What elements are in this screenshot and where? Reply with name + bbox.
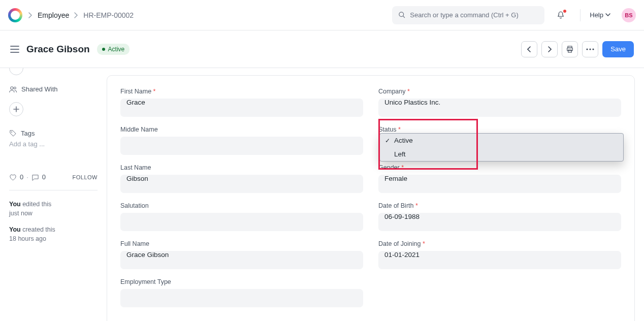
breadcrumb-root[interactable]: Employee (38, 11, 69, 19)
notifications-button[interactable] (556, 10, 566, 20)
chevron-right-icon (28, 12, 33, 18)
app-logo[interactable] (8, 8, 22, 22)
employment-type-label: Employment Type (120, 278, 363, 285)
breadcrumb-id[interactable]: HR-EMP-00002 (83, 11, 134, 19)
svg-point-7 (11, 86, 13, 89)
status-badge-label: Active (108, 46, 125, 53)
svg-point-4 (587, 48, 588, 50)
search-icon (398, 11, 406, 19)
sidebar-toggle[interactable] (10, 46, 19, 53)
save-button[interactable]: Save (602, 41, 634, 57)
option-label: Active (394, 137, 413, 144)
status-dot-icon (102, 48, 105, 51)
dots-icon (586, 48, 594, 50)
comment-icon[interactable] (31, 174, 39, 181)
form-card: First Name * Grace Middle Name Last Name… (107, 75, 635, 321)
first-name-field[interactable]: Grace (120, 99, 363, 117)
first-name-label: First Name * (120, 88, 363, 95)
heart-icon[interactable] (9, 174, 17, 181)
company-label: Company * (378, 88, 621, 95)
side-panel: Shared With Tags Add a tag ... 0 · 0 FOL… (0, 68, 107, 321)
svg-point-6 (593, 48, 594, 50)
svg-rect-3 (568, 50, 572, 52)
last-name-label: Last Name (120, 164, 363, 171)
svg-point-9 (11, 132, 12, 133)
tags-input[interactable]: Add a tag ... (9, 140, 98, 148)
breadcrumb: Employee HR-EMP-00002 (28, 11, 134, 19)
next-button[interactable] (541, 41, 558, 57)
check-icon: ✓ (384, 137, 391, 144)
top-nav: Employee HR-EMP-00002 Search or type a c… (0, 0, 644, 30)
social-row: 0 · 0 FOLLOW (9, 173, 98, 181)
tags-label: Tags (21, 130, 35, 137)
divider (9, 190, 98, 190)
add-share-button[interactable] (9, 102, 98, 116)
prev-button[interactable] (521, 41, 537, 57)
dob-label: Date of Birth * (378, 202, 621, 209)
chevron-down-icon (605, 13, 610, 17)
user-avatar[interactable]: BS (622, 8, 636, 22)
chevron-left-icon (527, 46, 531, 52)
status-badge: Active (97, 44, 130, 55)
assignment-button[interactable] (9, 68, 23, 75)
page-title: Grace Gibson (26, 44, 90, 55)
status-label: Status * (378, 126, 621, 133)
dob-field[interactable]: 06-09-1988 (378, 213, 621, 231)
shared-with-label: Shared With (21, 85, 58, 93)
menu-icon (10, 46, 19, 53)
option-label: Left (394, 150, 406, 158)
activity-entry: You edited this just now (9, 200, 98, 218)
search-input[interactable]: Search or type a command (Ctrl + G) (392, 6, 544, 24)
likes-count: 0 (20, 173, 23, 181)
company-field[interactable]: Unico Plastics Inc. (378, 99, 621, 117)
full-name-field[interactable]: Grace Gibson (120, 251, 363, 269)
tag-icon (9, 130, 17, 137)
search-placeholder: Search or type a command (Ctrl + G) (410, 11, 519, 19)
employment-type-field[interactable] (120, 289, 363, 307)
notification-dot (563, 10, 566, 13)
doj-field[interactable]: 01-01-2021 (378, 251, 621, 269)
gender-field[interactable]: Female (378, 175, 621, 193)
help-menu[interactable]: Help (590, 11, 610, 19)
chevron-right-icon (74, 12, 78, 18)
divider (580, 9, 581, 21)
full-name-label: Full Name (120, 240, 363, 247)
shared-with-row[interactable]: Shared With (9, 85, 98, 93)
last-name-field[interactable]: Gibson (120, 175, 363, 193)
chevron-right-icon (548, 46, 552, 52)
plus-icon (13, 106, 19, 112)
users-icon (9, 86, 17, 93)
salutation-label: Salutation (120, 202, 363, 209)
activity-entry: You created this 18 hours ago (9, 225, 98, 243)
middle-name-label: Middle Name (120, 126, 363, 133)
page-header: Grace Gibson Active Save (0, 30, 644, 68)
printer-icon (566, 45, 574, 53)
help-label: Help (590, 11, 603, 19)
svg-point-8 (14, 87, 16, 89)
middle-name-field[interactable] (120, 137, 363, 155)
comments-count: 0 (42, 173, 46, 181)
status-option-left[interactable]: Left (380, 147, 623, 161)
doj-label: Date of Joining * (378, 240, 621, 247)
more-button[interactable] (582, 41, 598, 57)
salutation-field[interactable] (120, 213, 363, 231)
svg-point-5 (590, 48, 591, 50)
gender-label: Gender * (378, 164, 621, 171)
status-dropdown[interactable]: ✓ Active Left (379, 133, 624, 162)
print-button[interactable] (562, 41, 578, 57)
status-option-active[interactable]: ✓ Active (380, 134, 623, 147)
follow-button[interactable]: FOLLOW (73, 174, 98, 180)
tags-row: Tags (9, 130, 98, 137)
main-content: First Name * Grace Middle Name Last Name… (107, 68, 644, 321)
